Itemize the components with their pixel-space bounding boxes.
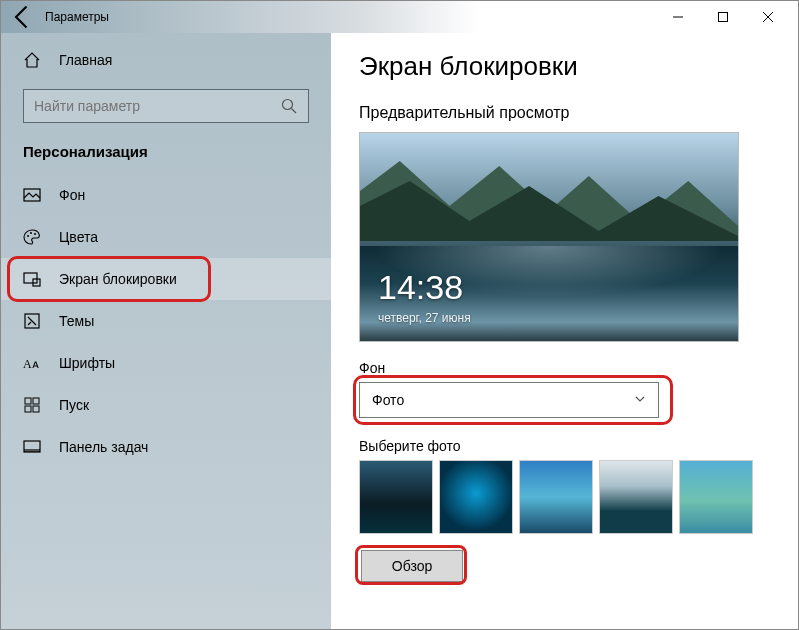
background-label: Фон (359, 360, 770, 376)
home-label: Главная (59, 52, 112, 68)
nav-label: Панель задач (59, 439, 148, 455)
browse-label: Обзор (392, 558, 432, 574)
home-icon (23, 51, 41, 69)
search-input[interactable] (23, 89, 309, 123)
browse-button[interactable]: Обзор (361, 550, 463, 582)
sidebar-item-lockscreen[interactable]: Экран блокировки (1, 258, 331, 300)
sidebar: Главная Персонализация Фон Цвета (1, 33, 331, 629)
photo-thumb[interactable] (599, 460, 673, 534)
svg-rect-1 (718, 13, 727, 22)
svg-point-9 (34, 233, 36, 235)
nav-label: Шрифты (59, 355, 115, 371)
lockscreen-preview: 14:38 четверг, 27 июня (359, 132, 739, 342)
back-button[interactable] (9, 3, 37, 31)
picture-icon (23, 186, 41, 204)
maximize-button[interactable] (700, 1, 745, 33)
content-pane: Экран блокировки Предварительный просмот… (331, 33, 798, 629)
photo-thumb[interactable] (439, 460, 513, 534)
nav-label: Экран блокировки (59, 271, 177, 287)
sidebar-item-taskbar[interactable]: Панель задач (1, 426, 331, 468)
svg-rect-14 (25, 398, 31, 404)
svg-rect-16 (25, 406, 31, 412)
search-icon (280, 97, 298, 115)
svg-rect-17 (33, 406, 39, 412)
home-link[interactable]: Главная (1, 41, 331, 79)
svg-rect-10 (24, 273, 37, 283)
choose-photo-label: Выберите фото (359, 438, 770, 454)
titlebar: Параметры (1, 1, 798, 33)
start-icon (23, 396, 41, 414)
preview-date: четверг, 27 июня (378, 311, 471, 325)
preview-time: 14:38 (378, 268, 463, 307)
photo-thumb[interactable] (519, 460, 593, 534)
sidebar-item-start[interactable]: Пуск (1, 384, 331, 426)
svg-text:Aᴀ: Aᴀ (23, 357, 39, 371)
fonts-icon: Aᴀ (23, 354, 41, 372)
svg-rect-15 (33, 398, 39, 404)
taskbar-icon (23, 438, 41, 456)
svg-line-5 (292, 109, 297, 114)
dropdown-value: Фото (372, 392, 404, 408)
close-button[interactable] (745, 1, 790, 33)
photo-thumb[interactable] (359, 460, 433, 534)
photo-thumbnails (359, 460, 770, 534)
sidebar-item-fonts[interactable]: Aᴀ Шрифты (1, 342, 331, 384)
nav-label: Цвета (59, 229, 98, 245)
svg-point-8 (30, 232, 32, 234)
sidebar-item-colors[interactable]: Цвета (1, 216, 331, 258)
background-dropdown[interactable]: Фото (359, 382, 659, 418)
window-title: Параметры (45, 10, 109, 24)
page-title: Экран блокировки (359, 51, 770, 82)
lockscreen-icon (23, 270, 41, 288)
preview-label: Предварительный просмотр (359, 104, 770, 122)
sidebar-item-themes[interactable]: Темы (1, 300, 331, 342)
nav-label: Фон (59, 187, 85, 203)
svg-point-7 (27, 235, 29, 237)
section-heading: Персонализация (1, 137, 331, 174)
photo-thumb[interactable] (679, 460, 753, 534)
minimize-button[interactable] (655, 1, 700, 33)
svg-rect-19 (24, 449, 40, 452)
themes-icon (23, 312, 41, 330)
palette-icon (23, 228, 41, 246)
svg-point-4 (283, 100, 293, 110)
search-field[interactable] (34, 98, 280, 114)
nav-label: Пуск (59, 397, 89, 413)
sidebar-item-background[interactable]: Фон (1, 174, 331, 216)
nav-label: Темы (59, 313, 94, 329)
chevron-down-icon (634, 392, 646, 408)
